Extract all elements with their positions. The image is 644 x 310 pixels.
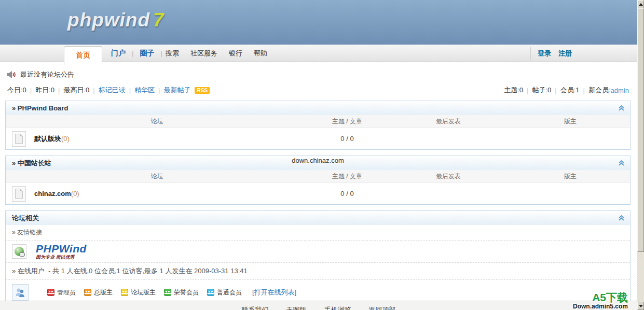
newest-posts-link[interactable]: 最新帖子 xyxy=(163,86,190,95)
nav-item-community-services[interactable]: 社区服务 xyxy=(190,49,217,58)
stat-separator: | xyxy=(58,87,60,94)
column-moderator: 版主 xyxy=(511,172,630,181)
forum-topics-value: 0 / 0 xyxy=(308,135,386,143)
legend-label: 总版主 xyxy=(94,288,113,297)
watermark-line2: Down.admin5.com xyxy=(573,303,628,310)
header-banner: phpwind7 xyxy=(0,0,637,45)
column-topics: 主题 / 文章 xyxy=(308,172,386,181)
legend-item-super-moderator: 总版主 xyxy=(84,288,113,297)
mark-read-link[interactable]: 标记已读 xyxy=(99,86,126,95)
nav-menu: 搜索 社区服务 银行 帮助 xyxy=(158,45,267,62)
collapse-icon[interactable] xyxy=(618,105,625,111)
rss-badge[interactable]: RSS xyxy=(195,87,210,94)
stat-topics: 主题:0 xyxy=(504,86,523,95)
forum-cell: 默认版块(0) xyxy=(6,131,308,147)
nav-tabs: 门户 | 圈子 | xyxy=(105,45,162,62)
download-site-watermark: A5下载 Down.admin5.com xyxy=(573,291,628,310)
related-section-header: 论坛相关 xyxy=(6,211,630,225)
legend-label: 荣誉会员 xyxy=(174,288,199,297)
footer-link-no-image[interactable]: 无图版 xyxy=(286,305,307,310)
tab-portal[interactable]: 门户 xyxy=(105,49,132,58)
main-navbar: 首页 门户 | 圈子 | 搜索 社区服务 银行 帮助 登录 注册 xyxy=(0,45,637,62)
logo-version: 7 xyxy=(153,9,165,31)
board-section-phpwind: » PHPwind Board 论坛 主题 / 文章 最后发表 版主 默认版块(… xyxy=(5,101,631,150)
forum-link[interactable]: chinaz.com(0) xyxy=(34,190,79,198)
board-column-headers: 论坛 主题 / 文章 最后发表 版主 xyxy=(6,115,630,128)
watermark-line1: A5下载 xyxy=(573,291,628,303)
friend-links-label: » 友情链接 xyxy=(6,225,630,241)
stat-posts: 帖子:0 xyxy=(532,86,551,95)
column-moderator: 版主 xyxy=(511,117,630,126)
legend-item-regular-member: 普通会员 xyxy=(207,288,242,297)
people-icon xyxy=(15,287,26,298)
board-section-header: » 中国站长站 down.chinaz.com xyxy=(6,156,630,170)
digest-link[interactable]: 精华区 xyxy=(134,86,155,95)
forum-row: 默认版块(0) 0 / 0 xyxy=(6,128,630,149)
stat-separator: | xyxy=(129,87,131,94)
related-section-title: 论坛相关 xyxy=(12,214,39,223)
stat-separator: | xyxy=(555,87,556,94)
forum-topics-value: 0 / 0 xyxy=(308,190,386,198)
partner-name: PHPWind xyxy=(36,243,87,254)
forum-count: (0) xyxy=(61,135,70,143)
forum-row: chinaz.com(0) 0 / 0 xyxy=(6,183,630,204)
speaker-icon xyxy=(7,71,16,78)
regular-member-badge-icon xyxy=(207,289,214,296)
column-last-post: 最后发表 xyxy=(386,117,511,126)
collapse-icon[interactable] xyxy=(618,160,625,166)
forum-icon xyxy=(12,186,26,202)
forum-link[interactable]: 默认版块(0) xyxy=(34,134,70,144)
stat-yesterday: 昨日:0 xyxy=(35,86,54,95)
stat-separator: | xyxy=(30,87,32,94)
board-column-headers: 论坛 主题 / 文章 最后发表 版主 xyxy=(6,170,630,183)
footer-link-back-to-top[interactable]: 返回顶部 xyxy=(369,305,396,310)
footer: 联系我们 无图版 手机浏览 返回顶部 xyxy=(0,301,637,310)
scrollbar-thumb[interactable] xyxy=(637,8,644,252)
site-logo[interactable]: phpwind7 xyxy=(67,9,165,31)
online-users-row: » 在线用户 - 共 1 人在线,0 位会员,1 位访客,最多 1 人发生在 2… xyxy=(6,263,630,280)
online-users-label: » 在线用户 xyxy=(12,267,45,275)
honor-member-badge-icon xyxy=(164,289,171,296)
stats-right: 主题:0| 帖子:0| 会员:1| 新会员: admin xyxy=(504,86,629,95)
login-link[interactable]: 登录 xyxy=(538,49,551,58)
admin-badge-icon xyxy=(47,289,54,296)
vertical-scrollbar[interactable] xyxy=(637,0,644,310)
forum-icon xyxy=(12,131,26,147)
stat-today: 今日:0 xyxy=(7,86,26,95)
stat-members: 会员:1 xyxy=(560,86,580,95)
nav-item-search[interactable]: 搜索 xyxy=(166,49,179,58)
nav-item-help[interactable]: 帮助 xyxy=(254,49,267,58)
scroll-up-button[interactable] xyxy=(637,0,644,8)
nav-item-bank[interactable]: 银行 xyxy=(229,49,242,58)
nav-auth: 登录 注册 xyxy=(538,45,572,62)
partner-tagline: 因为专业 所以优秀 xyxy=(36,255,87,260)
stat-separator: | xyxy=(93,87,94,94)
footer-link-mobile[interactable]: 手机浏览 xyxy=(324,305,351,310)
collapse-icon[interactable] xyxy=(618,215,625,221)
stat-separator: | xyxy=(158,87,160,94)
column-topics: 主题 / 文章 xyxy=(308,117,386,126)
new-member-link[interactable]: admin xyxy=(611,87,629,94)
phpwind-partner-link[interactable]: PHPWind 因为专业 所以优秀 xyxy=(36,243,87,260)
stat-separator: | xyxy=(527,87,528,94)
board-section-chinaz: » 中国站长站 down.chinaz.com 论坛 主题 / 文章 最后发表 … xyxy=(5,156,631,205)
board-section-header: » PHPwind Board xyxy=(6,101,630,115)
legend-label: 管理员 xyxy=(57,288,76,297)
open-online-list-link[interactable]: [打开在线列表] xyxy=(252,288,296,297)
tab-home[interactable]: 首页 xyxy=(64,46,102,65)
footer-link-contact[interactable]: 联系我们 xyxy=(242,305,269,310)
scrollbar-track[interactable] xyxy=(637,252,644,302)
tab-groups[interactable]: 圈子 xyxy=(133,49,160,58)
link-globe-icon xyxy=(12,244,26,259)
legend-item-honor-member: 荣誉会员 xyxy=(164,288,199,297)
scroll-down-button[interactable] xyxy=(637,302,644,310)
register-link[interactable]: 注册 xyxy=(558,49,572,58)
forum-count: (0) xyxy=(71,190,79,198)
stat-separator: | xyxy=(583,87,585,94)
stat-max-day: 最高日:0 xyxy=(63,86,89,95)
friend-link-row: PHPWind 因为专业 所以优秀 xyxy=(6,241,630,263)
related-section: 论坛相关 » 友情链接 PHPWind 因为专业 所以优秀 » 在线用户 - 共… xyxy=(5,210,631,306)
column-forum: 论坛 xyxy=(6,172,308,181)
stats-bar: 今日:0| 昨日:0| 最高日:0| 标记已读| 精华区| 最新帖子 RSS 主… xyxy=(0,80,637,95)
announcement-text: 最近没有论坛公告 xyxy=(20,70,74,79)
